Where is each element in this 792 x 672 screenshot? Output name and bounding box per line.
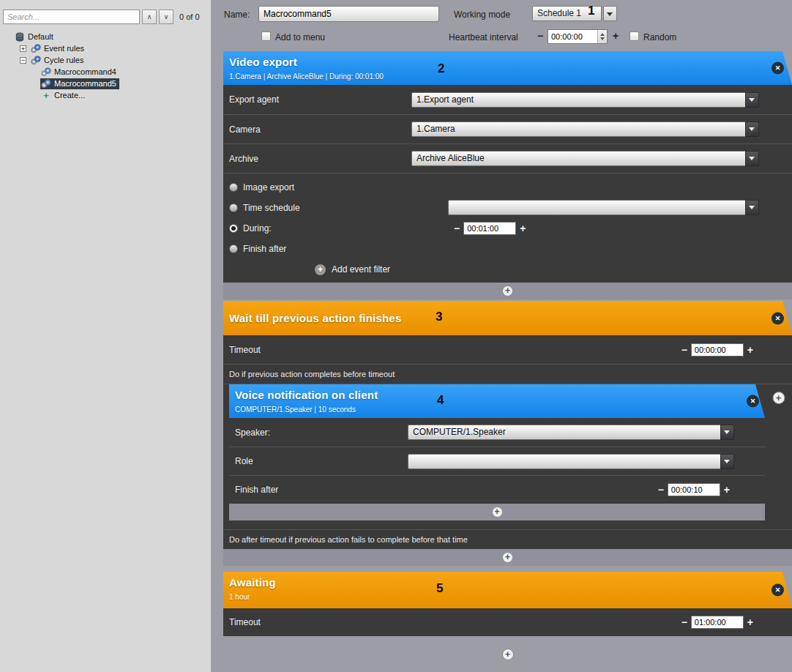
- add-action-button[interactable]: +: [502, 649, 514, 660]
- video-export-body: Export agent 1.Export agent Camera 1.Cam…: [223, 85, 792, 283]
- chevron-down-icon[interactable]: [745, 151, 759, 166]
- macro-editor-main: Name: Working mode Schedule 1 Add to men…: [217, 0, 792, 672]
- add-event-filter-label: Add event filter: [332, 264, 390, 275]
- decrement-button[interactable]: −: [678, 616, 691, 628]
- finish-after-input[interactable]: [668, 483, 720, 496]
- time-schedule-dropdown[interactable]: [448, 200, 759, 215]
- increment-button[interactable]: +: [720, 484, 733, 496]
- add-action-button[interactable]: +: [502, 285, 513, 296]
- tree-item-create[interactable]: + Create...: [0, 89, 211, 101]
- during-stepper: − +: [450, 218, 529, 239]
- chevron-down-icon[interactable]: [745, 200, 759, 215]
- name-label: Name:: [224, 10, 250, 20]
- chevron-up-icon: ∧: [147, 13, 152, 20]
- archive-dropdown[interactable]: Archive AliceBlue: [411, 151, 759, 166]
- tree-item-cycle-rules[interactable]: − Cycle rules: [0, 54, 211, 66]
- add-to-menu-checkbox[interactable]: [261, 31, 271, 41]
- wait-block: Wait till previous action finishes ✕ Tim…: [223, 301, 792, 566]
- close-icon[interactable]: ✕: [772, 62, 784, 75]
- export-agent-value: 1.Export agent: [411, 92, 745, 108]
- decrement-button[interactable]: −: [678, 344, 691, 356]
- timeout-input[interactable]: [691, 343, 744, 356]
- nested-action-area: Voice notification on client COMPUTER/1.…: [223, 384, 792, 520]
- sidebar: ∧ ∨ 0 of 0 Default + Event rules −: [0, 0, 211, 672]
- expand-icon[interactable]: +: [20, 45, 26, 52]
- tree-item-label: Macrocommand4: [54, 67, 116, 76]
- heartbeat-spinner[interactable]: [597, 30, 607, 43]
- tree-item-label: Event rules: [44, 44, 84, 53]
- during-input[interactable]: [463, 222, 516, 235]
- close-icon[interactable]: ✕: [772, 312, 784, 324]
- search-bar: ∧ ∨ 0 of 0: [0, 0, 211, 26]
- block-title: Video export: [229, 56, 792, 68]
- close-icon[interactable]: ✕: [747, 395, 759, 408]
- speaker-dropdown[interactable]: COMPUTER/1.Speaker: [408, 425, 734, 440]
- add-action-button[interactable]: +: [502, 552, 513, 563]
- radio-time-schedule[interactable]: Time schedule: [223, 198, 792, 218]
- close-icon[interactable]: ✕: [772, 584, 784, 597]
- timeout-input[interactable]: [691, 616, 744, 629]
- radio-finish-after[interactable]: Finish after: [223, 239, 792, 259]
- export-agent-dropdown[interactable]: 1.Export agent: [411, 92, 759, 108]
- heartbeat-interval-label: Heartbeat interval: [449, 32, 518, 42]
- export-agent-row: Export agent 1.Export agent: [223, 85, 792, 114]
- name-input[interactable]: [258, 6, 439, 22]
- radio-during[interactable]: During: − +: [223, 218, 792, 239]
- increment-button[interactable]: +: [744, 616, 757, 628]
- finish-after-label: Finish after: [229, 485, 408, 495]
- heartbeat-increment-button[interactable]: +: [613, 30, 619, 42]
- search-prev-button[interactable]: ∧: [142, 10, 157, 24]
- collapse-icon[interactable]: −: [20, 57, 26, 64]
- radio-label: During:: [243, 223, 272, 234]
- add-event-filter-button[interactable]: + Add event filter: [223, 259, 792, 280]
- search-next-button[interactable]: ∨: [159, 10, 173, 24]
- camera-label: Camera: [223, 124, 411, 135]
- working-mode-select[interactable]: Schedule 1: [532, 6, 617, 21]
- decrement-button[interactable]: −: [450, 223, 463, 234]
- add-action-button[interactable]: +: [492, 507, 503, 518]
- awaiting-block: Awaiting 1 hour ✕ Timeout − +: [223, 572, 792, 636]
- increment-button[interactable]: +: [516, 223, 529, 234]
- tree-item-macrocommand5[interactable]: Macrocommand5: [0, 78, 211, 89]
- tree-item-label: Cycle rules: [44, 56, 83, 64]
- tree-item-macrocommand4[interactable]: Macrocommand4: [0, 66, 211, 78]
- archive-label: Archive: [223, 154, 411, 164]
- plus-icon: +: [315, 264, 326, 275]
- tree-item-label: Macrocommand5: [54, 79, 116, 88]
- do-if-note: Do if previous action completes before t…: [223, 364, 792, 384]
- annotation-4: 4: [437, 393, 444, 408]
- tree-item-label: Default: [28, 32, 53, 41]
- chevron-down-icon[interactable]: [603, 6, 617, 21]
- tree-item-event-rules[interactable]: + Event rules: [0, 42, 211, 54]
- chevron-down-icon[interactable]: [745, 92, 759, 108]
- role-dropdown[interactable]: [408, 454, 734, 469]
- radio-icon: [229, 183, 238, 192]
- camera-value: 1.Camera: [411, 122, 745, 137]
- role-label: Role: [229, 456, 408, 466]
- awaiting-body: Timeout − +: [223, 608, 792, 636]
- chevron-down-icon[interactable]: [720, 454, 734, 469]
- chevron-down-icon[interactable]: [720, 425, 734, 440]
- block-title: Wait till previous action finishes: [229, 312, 401, 324]
- add-action-strip: +: [223, 549, 792, 566]
- radio-image-export[interactable]: Image export: [223, 177, 792, 198]
- camera-dropdown[interactable]: 1.Camera: [411, 122, 759, 137]
- tree-item-default[interactable]: Default: [0, 31, 211, 42]
- chevron-down-icon[interactable]: [745, 122, 759, 137]
- add-action-strip: +: [223, 283, 792, 299]
- video-export-header: Video export 1.Camera | Archive AliceBlu…: [223, 51, 792, 85]
- random-checkbox[interactable]: [630, 31, 639, 41]
- heartbeat-interval-input[interactable]: [548, 30, 597, 43]
- export-agent-label: Export agent: [223, 94, 411, 105]
- timeout-label: Timeout: [223, 617, 411, 627]
- heartbeat-interval-field: [548, 29, 608, 44]
- working-mode-label: Working mode: [454, 10, 510, 20]
- heartbeat-decrement-button[interactable]: −: [537, 30, 543, 42]
- search-input[interactable]: [3, 10, 140, 24]
- add-action-button[interactable]: +: [772, 392, 785, 404]
- decrement-button[interactable]: −: [654, 484, 668, 496]
- timeout-row: Timeout − +: [223, 608, 792, 636]
- increment-button[interactable]: +: [744, 344, 757, 356]
- spinner-up-icon: [600, 31, 605, 36]
- video-export-block: Video export 1.Camera | Archive AliceBlu…: [223, 51, 792, 299]
